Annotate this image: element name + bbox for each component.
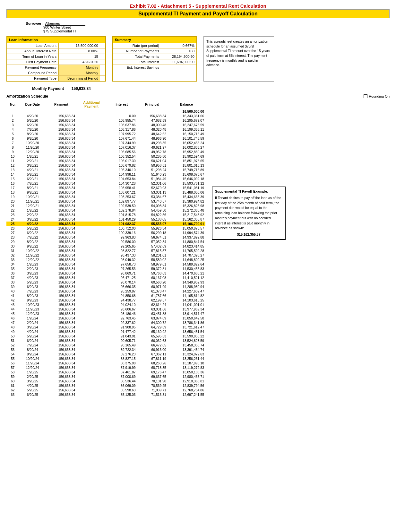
cell-additional xyxy=(76,123,106,127)
first-payment-row: First Payment Date 4/20/2020 xyxy=(7,59,105,65)
cell-interest: 105,679.82 xyxy=(107,163,137,168)
table-row: 46 1/20/24 156,638.34 92,763.45 63,874.8… xyxy=(6,316,205,320)
cell-additional xyxy=(76,347,106,352)
cell-no: 47 xyxy=(6,320,19,325)
amort-section: Amortization Schedule Rounding On No. Du… xyxy=(6,94,390,397)
page-container: Exhibit 7.02 - Attachment 5 - Supplement… xyxy=(6,3,390,397)
table-row: 17 8/20/21 156,638.34 103,958.41 52,679.… xyxy=(6,186,205,190)
cell-principal: 69,176.47 xyxy=(137,370,168,374)
col-date: Due Date xyxy=(19,100,46,109)
term-value: 15 xyxy=(58,54,100,59)
cell-no: 57 xyxy=(6,365,19,370)
table-row: 14 5/20/21 156,638.34 104,998.11 51,640.… xyxy=(6,172,205,177)
cell-date: 9/20/22 xyxy=(19,244,46,249)
cell-date: 6/20/20 xyxy=(19,123,46,127)
cell-interest: 91,043.01 xyxy=(107,334,137,338)
cell-interest: 107,995.72 xyxy=(107,132,137,136)
cell-principal: 57,052.34 xyxy=(137,240,168,244)
cell-date: 12/20/23 xyxy=(19,311,46,316)
cell-payment: 156,638.34 xyxy=(46,217,76,222)
cell-interest: 103,607.21 xyxy=(107,190,137,195)
cell-interest: 86,069.09 xyxy=(107,383,137,388)
cell-date: 3/20/25 xyxy=(19,379,46,383)
cell-interest: 106,352.54 xyxy=(107,154,137,159)
table-row: 34 1/20/23 156,638.34 97,658.73 58,979.6… xyxy=(6,262,205,266)
cell-no: 41 xyxy=(6,293,19,298)
cell-additional xyxy=(76,370,106,374)
initial-date xyxy=(19,109,46,114)
cell-balance: 14,041,001.01 xyxy=(168,302,205,307)
cell-date: 11/20/23 xyxy=(19,307,46,311)
cell-principal: 65,160.92 xyxy=(137,329,168,334)
cell-payment: 156,638.34 xyxy=(46,284,76,289)
cell-payment: 156,638.34 xyxy=(46,127,76,132)
cell-interest: 94,438.77 xyxy=(107,298,137,302)
cell-principal: 63,031.66 xyxy=(137,307,168,311)
cell-interest: 94,024.10 xyxy=(107,302,137,307)
cell-interest: 88,827.15 xyxy=(107,356,137,361)
rate-label: Rate (per period) xyxy=(113,43,161,48)
cell-principal: 47,682.59 xyxy=(137,118,168,123)
cell-payment: 156,638.34 xyxy=(46,361,76,365)
cell-payment: 156,638.34 xyxy=(46,253,76,257)
cell-interest: 99,205.65 xyxy=(107,244,137,249)
cell-principal: 48,642.62 xyxy=(137,132,168,136)
cell-additional xyxy=(76,289,106,293)
total-payments-row: Total Payments 28,194,900.90 xyxy=(113,54,196,59)
side-panel: Supplemental TI Payoff Example: If Tenan… xyxy=(212,100,289,397)
cell-additional xyxy=(76,199,106,204)
cell-payment: 156,638.34 xyxy=(46,271,76,275)
cell-additional xyxy=(76,307,106,311)
rounding-checkbox-box[interactable] xyxy=(364,94,367,98)
table-row: 25 4/20/22 156,638.34 101,082.37 55,555.… xyxy=(6,222,205,226)
cell-balance: 14,349,952.93 xyxy=(168,280,205,284)
table-row: 22 1/20/22 156,638.34 102,178.84 54,459.… xyxy=(6,208,205,213)
table-row: 29 8/20/22 156,638.34 99,586.00 57,052.3… xyxy=(6,240,205,244)
cell-no: 16 xyxy=(6,181,19,186)
cell-payment: 156,638.34 xyxy=(46,186,76,190)
table-row: 4 7/20/20 156,638.34 108,317.86 48,320.4… xyxy=(6,127,205,132)
amort-header-row: Amortization Schedule Rounding On xyxy=(6,94,390,99)
rounding-checkbox[interactable]: Rounding On xyxy=(364,94,390,98)
cell-payment: 156,638.34 xyxy=(46,356,76,361)
cell-interest: 108,637.86 xyxy=(107,123,137,127)
cell-no: 54 xyxy=(6,352,19,356)
cell-interest: 96,869.71 xyxy=(107,271,137,275)
cell-additional xyxy=(76,320,106,325)
cell-principal: 51,640.23 xyxy=(137,172,168,177)
cell-payment: 156,638.34 xyxy=(46,118,76,123)
cell-no: 18 xyxy=(6,190,19,195)
cell-date: 4/20/20 xyxy=(19,114,46,118)
upper-section: Loan Information Loan Amount 16,500,000.… xyxy=(6,36,390,82)
table-row: 58 1/20/25 156,638.34 87,461.87 69,176.4… xyxy=(6,370,205,374)
cell-payment: 156,638.34 xyxy=(46,204,76,208)
cell-additional xyxy=(76,379,106,383)
cell-no: 20 xyxy=(6,199,19,204)
cell-principal: 59,372.81 xyxy=(137,266,168,271)
cell-no: 60 xyxy=(6,379,19,383)
cell-date: 8/20/20 xyxy=(19,132,46,136)
cell-payment: 156,638.34 xyxy=(46,114,76,118)
table-row: 11 2/20/21 156,638.34 106,017.30 50,621.… xyxy=(6,159,205,163)
total-interest-value: 11,694,900.90 xyxy=(161,59,196,65)
cell-no: 25 xyxy=(6,222,19,226)
cell-date: 11/20/21 xyxy=(19,199,46,204)
cell-payment: 156,638.34 xyxy=(46,177,76,181)
initial-no xyxy=(6,109,19,114)
cell-additional xyxy=(76,159,106,163)
cell-interest: 87,919.99 xyxy=(107,365,137,370)
cell-date: 6/20/21 xyxy=(19,177,46,181)
cell-no: 50 xyxy=(6,334,19,338)
cell-date: 3/20/22 xyxy=(19,217,46,222)
col-additional: AdditionalPayment xyxy=(76,100,106,109)
cell-balance: 13,050,103.36 xyxy=(168,370,205,374)
cell-interest: 102,897.77 xyxy=(107,199,137,204)
cell-interest: 96,070.14 xyxy=(107,280,137,284)
table-row: 39 6/20/23 156,638.34 95,666.35 60,971.9… xyxy=(6,284,205,289)
cell-payment: 156,638.34 xyxy=(46,320,76,325)
cell-additional xyxy=(76,177,106,181)
cell-balance: 14,707,398.27 xyxy=(168,253,205,257)
cell-additional xyxy=(76,181,106,186)
cell-date: 6/20/24 xyxy=(19,338,46,343)
cell-interest: 96,471.25 xyxy=(107,275,137,280)
